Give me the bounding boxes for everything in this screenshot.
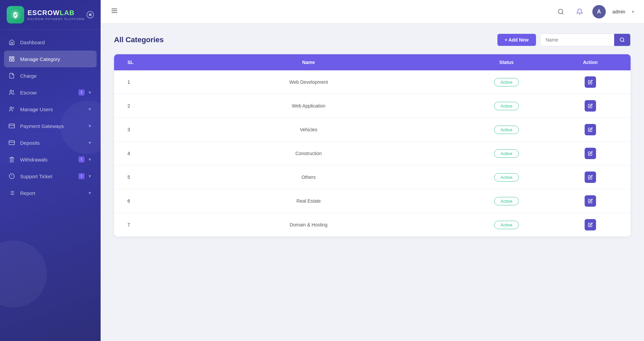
sidebar-item-label: Manage Users — [20, 107, 87, 112]
col-header-status: Status — [456, 60, 557, 65]
target-icon — [87, 11, 94, 18]
cell-action — [557, 195, 624, 207]
edit-button[interactable] — [585, 172, 596, 183]
sidebar-item-payment-gateways[interactable]: Payment Gateways ▾ — [0, 118, 101, 134]
sidebar-item-label: Support Ticket — [20, 174, 78, 179]
card-icon — [8, 122, 15, 130]
logo-subtitle: ESCROW PAYMENT PLATFORM — [28, 17, 85, 21]
sidebar-item-withdrawals[interactable]: Withdrawals ! ▾ — [0, 151, 101, 168]
sidebar-item-label: Deposits — [20, 140, 87, 146]
cell-name: Others — [161, 175, 456, 180]
edit-button[interactable] — [585, 76, 596, 88]
svg-rect-9 — [9, 141, 15, 145]
sidebar-item-support-ticket[interactable]: Support Ticket ! ▾ — [0, 168, 101, 185]
sidebar-item-label: Payment Gateways — [20, 123, 87, 129]
col-header-sl: SL — [121, 60, 161, 65]
chevron-down-icon: ▾ — [87, 174, 93, 179]
sidebar-item-dashboard[interactable]: Dashboard — [0, 34, 101, 51]
bank-icon — [8, 156, 15, 163]
svg-point-5 — [10, 90, 12, 92]
cell-name: Web Development — [161, 79, 456, 85]
edit-button[interactable] — [585, 148, 596, 159]
logo-area: ESCROWLAB ESCROW PAYMENT PLATFORM — [0, 0, 101, 30]
cell-status: Active — [456, 149, 557, 158]
grid-toggle-icon[interactable] — [111, 7, 118, 16]
sidebar-item-charge[interactable]: Charge — [0, 67, 101, 84]
sidebar-item-manage-users[interactable]: Manage Users ▾ — [0, 101, 101, 118]
table-row: 4 Construction Active — [114, 142, 631, 165]
admin-chevron-icon[interactable]: ▾ — [632, 9, 634, 14]
cell-name: Real Estate — [161, 198, 456, 204]
add-new-button[interactable]: + Add New — [497, 34, 536, 46]
cell-status: Active — [456, 197, 557, 205]
logo-icon — [7, 6, 24, 23]
avatar: A — [592, 5, 606, 18]
chevron-down-icon: ▾ — [87, 190, 93, 196]
cell-name: Web Application — [161, 103, 456, 109]
table-row: 7 Domain & Hosting Active — [114, 213, 631, 236]
sidebar: ESCROWLAB ESCROW PAYMENT PLATFORM Dashbo… — [0, 0, 101, 341]
svg-point-29 — [558, 9, 562, 13]
header: A admin ▾ — [101, 0, 644, 23]
chevron-down-icon: ▾ — [87, 123, 93, 129]
cell-sl: 2 — [121, 103, 161, 109]
svg-rect-3 — [9, 59, 11, 61]
col-header-name: Name — [161, 60, 456, 65]
users-icon — [8, 106, 15, 113]
sidebar-item-label: Escrow — [20, 90, 78, 95]
svg-line-32 — [623, 41, 624, 42]
edit-button[interactable] — [585, 124, 596, 135]
cell-sl: 3 — [121, 127, 161, 132]
header-actions: A admin ▾ — [555, 5, 634, 18]
report-icon — [8, 189, 15, 197]
sidebar-item-label: Report — [20, 190, 87, 196]
support-badge: ! — [78, 173, 85, 179]
logo-name: ESCROWLAB — [28, 9, 85, 17]
cell-action — [557, 148, 624, 159]
logo-text: ESCROWLAB ESCROW PAYMENT PLATFORM — [28, 9, 85, 21]
chevron-down-icon: ▾ — [87, 157, 93, 162]
status-badge: Active — [494, 126, 519, 134]
search-button[interactable] — [555, 6, 567, 18]
escrow-icon — [8, 89, 15, 96]
svg-rect-2 — [12, 57, 14, 58]
admin-name-label: admin — [612, 9, 625, 14]
sidebar-item-report[interactable]: Report ▾ — [0, 185, 101, 201]
table-row: 2 Web Application Active — [114, 94, 631, 118]
status-badge: Active — [494, 173, 519, 182]
table-header: SL Name Status Action — [114, 54, 631, 70]
page-title: All Categories — [114, 36, 164, 44]
sidebar-item-deposits[interactable]: Deposits ▾ — [0, 134, 101, 151]
chevron-down-icon: ▾ — [87, 140, 93, 145]
cell-name: Domain & Hosting — [161, 222, 456, 227]
svg-rect-7 — [9, 124, 15, 128]
cell-sl: 7 — [121, 222, 161, 227]
search-input[interactable] — [540, 34, 614, 46]
col-header-action: Action — [557, 60, 624, 65]
sidebar-item-manage-category[interactable]: Manage Category — [4, 51, 97, 67]
cell-sl: 5 — [121, 175, 161, 180]
cell-action — [557, 172, 624, 183]
cell-name: Vehicles — [161, 127, 456, 132]
cell-action — [557, 124, 624, 135]
status-badge: Active — [494, 78, 519, 86]
svg-point-31 — [620, 38, 624, 42]
notification-button[interactable] — [574, 6, 586, 18]
grid-icon — [8, 55, 15, 63]
svg-rect-1 — [9, 57, 11, 58]
cell-status: Active — [456, 173, 557, 182]
main-content: A admin ▾ All Categories + Add New SL — [101, 0, 644, 341]
edit-button[interactable] — [585, 195, 596, 207]
sidebar-item-label: Manage Category — [20, 56, 93, 62]
edit-button[interactable] — [585, 219, 596, 230]
sidebar-item-escrow[interactable]: Escrow ! ▾ — [0, 84, 101, 101]
edit-button[interactable] — [585, 100, 596, 112]
cell-action — [557, 100, 624, 112]
cell-name: Construction — [161, 151, 456, 156]
search-submit-button[interactable] — [614, 34, 630, 46]
table-row: 3 Vehicles Active — [114, 118, 631, 142]
cell-sl: 4 — [121, 151, 161, 156]
status-badge: Active — [494, 102, 519, 110]
chevron-down-icon: ▾ — [87, 90, 93, 95]
cell-status: Active — [456, 78, 557, 86]
